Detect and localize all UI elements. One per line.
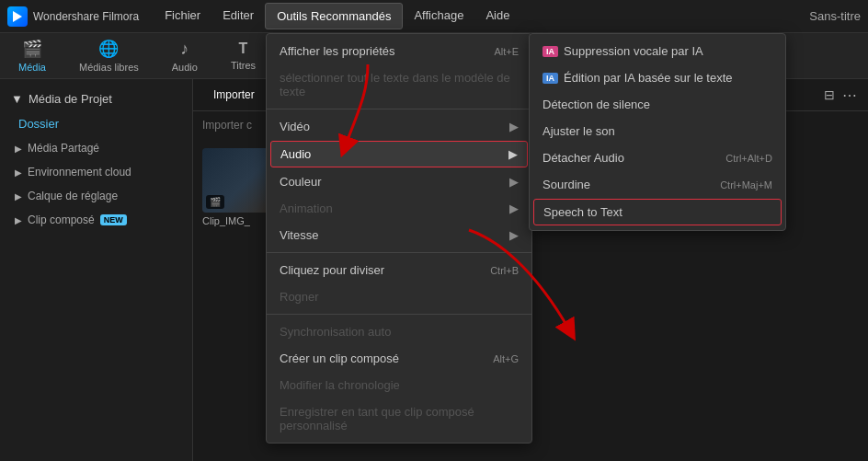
content-tools: ⊟ ⋯ [824, 86, 857, 104]
check-mark: ✓ [491, 211, 508, 227]
toolbar-audio-label: Audio [172, 62, 198, 73]
toolbar-audio[interactable]: ♪ Audio [165, 36, 205, 76]
expand-icon: ▶ [15, 144, 22, 154]
audio-icon: ♪ [180, 40, 188, 59]
sidebar-item-label: Média Partagé [28, 142, 99, 155]
sidebar-item-clip-compose[interactable]: ▶ Clip composé NEW [0, 208, 192, 232]
logo-icon [7, 6, 28, 27]
sidebar-item-label: Environnement cloud [28, 166, 131, 179]
sidebar: ▼ Média de Projet Dossier ▶ Média Partag… [0, 79, 193, 461]
sidebar-item-calque[interactable]: ▶ Calque de réglage [0, 184, 192, 208]
menu-aide[interactable]: Aide [474, 3, 520, 29]
media-item-img3045[interactable]: 🎬 ✓ IMG_3045 [419, 167, 511, 245]
window-title: Sans-titre [809, 9, 861, 23]
toolbar-media[interactable]: 🎬 Média [11, 35, 53, 76]
app-logo: Wondershare Filmora [7, 6, 139, 27]
toolbar-titres-label: Titres [231, 60, 256, 71]
media-label: Clip_IMG_ [202, 215, 294, 226]
content-tabs: Importer DOSSIER ⊟ ⋯ [193, 79, 868, 111]
menu-bar: Wondershare Filmora Fichier Editer Outil… [0, 0, 868, 33]
menu-outils[interactable]: Outils Recommandés [265, 3, 403, 29]
menu-affichage[interactable]: Affichage [403, 3, 474, 29]
media-thumb: 🎬 [202, 148, 294, 213]
new-badge: NEW [100, 214, 127, 225]
media-thumb: 🎬 ✓ [419, 167, 511, 231]
svg-marker-0 [13, 11, 22, 22]
expand-icon: ▶ [15, 215, 22, 225]
toolbar-medias-libres-label: Médias libres [79, 62, 139, 73]
dossier-label: DOSSIER [271, 88, 321, 101]
sidebar-item-cloud[interactable]: ▶ Environnement cloud [0, 160, 192, 184]
content-area: Importer DOSSIER ⊟ ⋯ Importer c 🎬 Clip_I… [193, 79, 868, 461]
main-area: ▼ Média de Projet Dossier ▶ Média Partag… [0, 79, 868, 461]
app-name: Wondershare Filmora [33, 10, 139, 23]
menu-editer[interactable]: Editer [211, 3, 265, 29]
media-item-clip[interactable]: 🎬 Clip_IMG_ [202, 148, 294, 245]
medias-libres-icon: 🌐 [98, 39, 119, 59]
expand-icon: ▶ [15, 167, 22, 178]
tab-importer[interactable]: Importer [204, 85, 264, 105]
media-label: IMG_3045 [419, 234, 511, 245]
sidebar-item-media-partage[interactable]: ▶ Média Partagé [0, 136, 192, 160]
import-section: Importer c [193, 111, 868, 139]
expand-icon: ▶ [15, 191, 22, 202]
filter-icon[interactable]: ⊟ [824, 87, 835, 102]
sidebar-folder[interactable]: Dossier [0, 111, 192, 136]
more-icon[interactable]: ⋯ [842, 86, 857, 104]
sidebar-project-label: Média de Projet [29, 92, 112, 106]
video-icon-overlay: 🎬 [206, 195, 224, 209]
media-icon: 🎬 [22, 39, 42, 59]
toolbar: 🎬 Média 🌐 Médias libres ♪ Audio T Titres [0, 33, 868, 79]
media-grid: 🎬 Clip_IMG_ 🎬 IMG_2221 🎬 ✓ IMG_3 [193, 139, 868, 254]
toolbar-medias-libres[interactable]: 🌐 Médias libres [72, 35, 146, 76]
importer-label: Importer c [202, 119, 252, 132]
sidebar-item-label: Clip composé [28, 213, 95, 226]
sidebar-header: ▼ Média de Projet [0, 86, 192, 111]
titres-icon: T [239, 40, 248, 57]
video-icon-overlay: 🎬 [423, 213, 441, 227]
menu-items: Fichier Editer Outils Recommandés Affich… [154, 3, 520, 29]
toolbar-titres[interactable]: T Titres [223, 37, 263, 75]
sidebar-item-label: Calque de réglage [28, 190, 118, 202]
sidebar-collapse-icon[interactable]: ▼ [11, 92, 23, 106]
menu-fichier[interactable]: Fichier [154, 3, 211, 29]
toolbar-media-label: Média [18, 62, 46, 73]
